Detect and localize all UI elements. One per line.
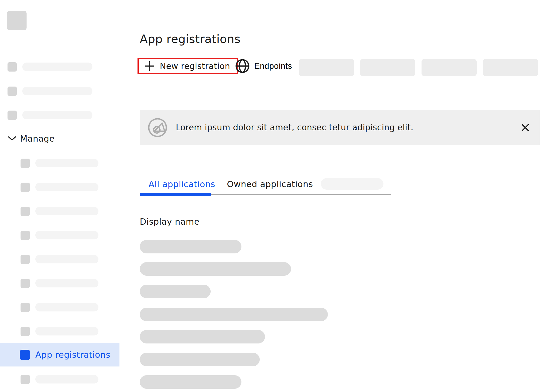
table-row-placeholder[interactable] <box>140 330 265 343</box>
sidebar-subitem-placeholder[interactable] <box>21 254 98 264</box>
sidebar-subitem-placeholder[interactable] <box>21 302 98 312</box>
nav-label-placeholder <box>35 327 98 335</box>
nav-icon-placeholder <box>21 303 30 312</box>
sidebar-subitem-placeholder[interactable] <box>21 326 98 336</box>
nav-label-placeholder <box>35 159 98 167</box>
logo-placeholder-icon <box>148 118 167 137</box>
nav-label-placeholder <box>35 303 98 311</box>
sidebar-subitem-placeholder[interactable] <box>21 206 98 216</box>
manage-section-label: Manage <box>20 134 55 144</box>
table-row-placeholder[interactable] <box>140 375 241 389</box>
nav-label-placeholder <box>35 279 98 287</box>
toolbar-placeholder-button[interactable] <box>299 59 354 76</box>
banner-message: Lorem ipsum dolor sit amet, consec tetur… <box>176 123 513 132</box>
sidebar-subitem-placeholder[interactable] <box>21 182 98 192</box>
sidebar-subitem-placeholder[interactable] <box>21 158 98 168</box>
toolbar-placeholder-button[interactable] <box>483 59 538 76</box>
nav-icon-placeholder <box>21 375 30 384</box>
active-tab-underline <box>140 193 211 196</box>
nav-icon-placeholder <box>21 279 30 288</box>
new-registration-label: New registration <box>160 61 230 71</box>
page-title: App registrations <box>140 32 240 46</box>
sidebar-section-manage[interactable]: Manage <box>8 133 55 144</box>
nav-label-placeholder <box>35 255 98 263</box>
nav-icon-placeholder <box>21 207 30 216</box>
nav-icon-placeholder <box>8 62 17 72</box>
table-row-placeholder[interactable] <box>140 285 211 298</box>
sidebar-subitem-placeholder[interactable] <box>21 278 98 288</box>
tab-divider <box>211 194 391 195</box>
sidebar-subitem-placeholder[interactable] <box>21 230 98 240</box>
column-header-display-name: Display name <box>140 217 200 227</box>
nav-label-placeholder <box>35 207 98 215</box>
tab-all-applications[interactable]: All applications <box>149 179 215 189</box>
app-registrations-page: Manage <box>0 0 545 392</box>
globe-icon <box>235 59 250 73</box>
nav-label-placeholder <box>22 111 92 119</box>
nav-label-placeholder <box>35 183 98 191</box>
nav-label-placeholder <box>35 375 98 383</box>
nav-label-placeholder <box>35 231 98 239</box>
tab-owned-applications[interactable]: Owned applications <box>227 179 313 189</box>
banner-close-button[interactable] <box>521 124 529 132</box>
nav-icon-placeholder <box>21 327 30 336</box>
tab-placeholder[interactable] <box>321 178 383 190</box>
nav-icon-placeholder <box>21 183 30 192</box>
sidebar-item-placeholder[interactable] <box>8 110 92 120</box>
info-banner: Lorem ipsum dolor sit amet, consec tetur… <box>140 110 540 145</box>
table-row-placeholder[interactable] <box>140 308 328 321</box>
table-row-placeholder[interactable] <box>140 262 291 276</box>
nav-icon-placeholder <box>21 255 30 264</box>
toolbar-placeholder-button[interactable] <box>360 59 415 76</box>
app-registrations-icon <box>20 350 30 360</box>
chevron-down-icon <box>8 136 16 141</box>
nav-label-placeholder <box>22 87 92 95</box>
table-row-placeholder[interactable] <box>140 353 260 366</box>
sidebar-item-label: App registrations <box>35 350 110 360</box>
endpoints-button[interactable]: Endpoints <box>234 58 294 74</box>
nav-icon-placeholder <box>21 159 30 168</box>
sidebar-item-placeholder[interactable] <box>8 86 92 96</box>
nav-icon-placeholder <box>21 231 30 240</box>
nav-icon-placeholder <box>8 111 17 120</box>
table-row-placeholder[interactable] <box>140 240 241 253</box>
sidebar-subitem-placeholder[interactable] <box>21 374 98 384</box>
sidebar-item-app-registrations[interactable]: App registrations <box>0 343 119 366</box>
toolbar-placeholder-button[interactable] <box>422 59 477 76</box>
close-icon <box>521 124 529 132</box>
nav-icon-placeholder <box>8 87 17 96</box>
new-registration-button[interactable]: New registration <box>138 58 238 74</box>
endpoints-label: Endpoints <box>254 61 292 71</box>
sidebar-item-placeholder[interactable] <box>8 62 92 72</box>
logo-placeholder <box>7 11 27 30</box>
plus-icon <box>144 61 155 71</box>
nav-label-placeholder <box>22 63 92 71</box>
